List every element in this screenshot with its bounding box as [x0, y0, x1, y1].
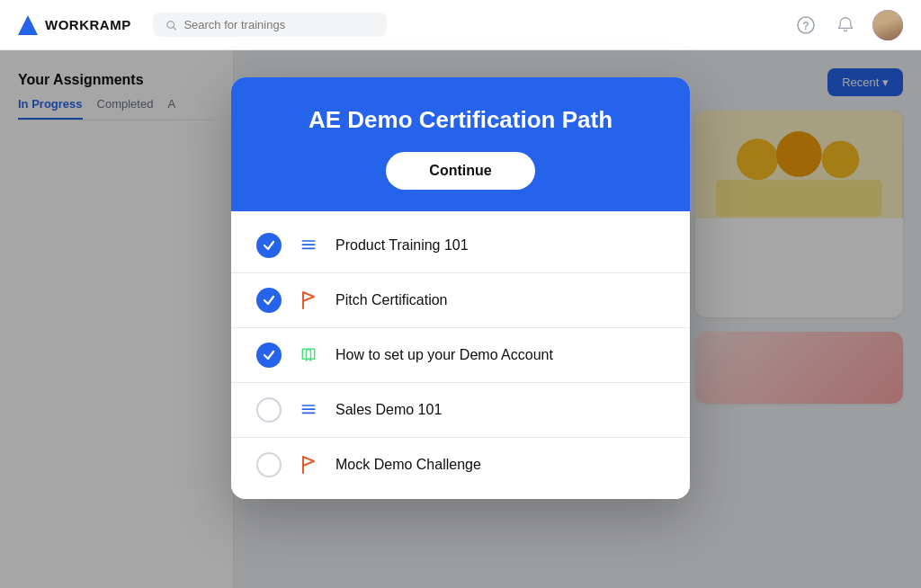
- logo-icon: [18, 15, 38, 35]
- flag-icon-1: [296, 291, 321, 309]
- list-icon-1: [296, 236, 321, 254]
- bell-icon[interactable]: [833, 13, 858, 38]
- modal-item-pitch-certification[interactable]: Pitch Certification: [231, 273, 690, 328]
- search-bar[interactable]: [153, 13, 387, 37]
- svg-rect-24: [302, 413, 316, 414]
- avatar[interactable]: [872, 10, 903, 40]
- svg-marker-0: [18, 15, 38, 35]
- svg-rect-23: [302, 409, 316, 411]
- check-circle-pitch-certification: [256, 288, 282, 313]
- svg-rect-21: [302, 248, 316, 250]
- svg-rect-19: [302, 240, 316, 242]
- certification-modal: AE Demo Certification Path Continue: [231, 77, 690, 499]
- check-circle-sales-demo: [256, 397, 282, 423]
- item-label-pitch-certification: Pitch Certification: [335, 292, 448, 308]
- modal-item-product-training[interactable]: Product Training 101: [231, 218, 690, 273]
- svg-text:?: ?: [802, 20, 809, 32]
- main-area: Your Assignments In Progress Completed A…: [0, 50, 921, 588]
- logo-text: WORKRAMP: [45, 17, 131, 32]
- modal-header: AE Demo Certification Path Continue: [231, 77, 690, 211]
- search-icon: [165, 19, 177, 31]
- check-circle-demo-account: [256, 343, 282, 368]
- book-icon: [296, 346, 321, 364]
- item-label-mock-demo: Mock Demo Challenge: [335, 457, 481, 473]
- svg-rect-20: [302, 245, 316, 246]
- item-label-demo-account: How to set up your Demo Account: [335, 347, 553, 363]
- top-navigation: WORKRAMP ?: [0, 0, 921, 50]
- modal-item-demo-account[interactable]: How to set up your Demo Account: [231, 328, 690, 383]
- svg-rect-22: [302, 405, 316, 406]
- check-circle-product-training: [256, 233, 282, 258]
- modal-title: AE Demo Certification Path: [253, 106, 668, 134]
- check-circle-mock-demo: [256, 452, 282, 477]
- modal-item-mock-demo[interactable]: Mock Demo Challenge: [231, 438, 690, 492]
- search-input[interactable]: [183, 18, 373, 31]
- flag-icon-2: [296, 456, 321, 474]
- item-label-sales-demo: Sales Demo 101: [335, 402, 442, 418]
- modal-item-sales-demo[interactable]: Sales Demo 101: [231, 383, 690, 438]
- help-icon[interactable]: ?: [793, 13, 818, 38]
- modal-body: Product Training 101 Pitch Certification: [231, 211, 690, 499]
- svg-line-2: [173, 27, 175, 30]
- list-icon-2: [296, 401, 321, 419]
- nav-icons: ?: [793, 10, 903, 40]
- item-label-product-training: Product Training 101: [335, 237, 469, 254]
- logo: WORKRAMP: [18, 15, 131, 35]
- continue-button[interactable]: Continue: [386, 152, 534, 190]
